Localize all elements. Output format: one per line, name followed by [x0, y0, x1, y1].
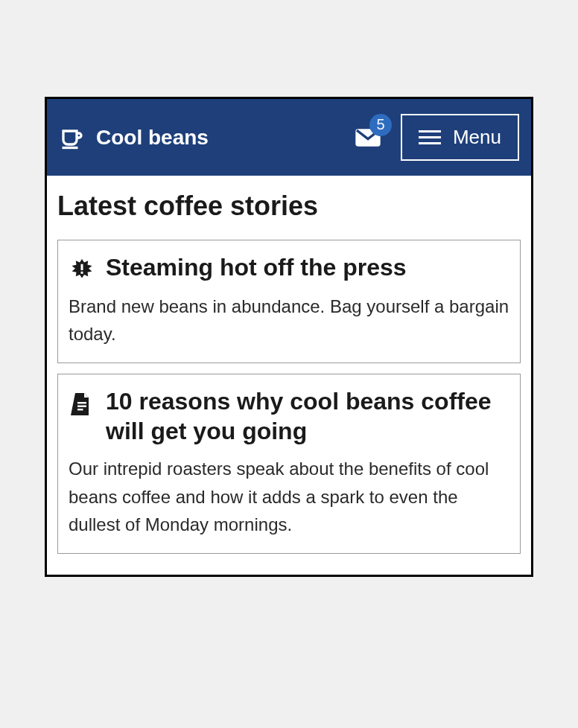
svg-rect-6	[77, 406, 86, 407]
menu-button[interactable]: Menu	[401, 114, 519, 161]
svg-rect-3	[81, 272, 83, 274]
svg-rect-5	[77, 402, 86, 403]
story-card[interactable]: 10 reasons why cool beans coffee will ge…	[57, 374, 521, 554]
hamburger-icon	[419, 130, 441, 144]
burst-alert-icon	[69, 257, 95, 284]
story-body: Brand new beans in abundance. Bag yourse…	[69, 293, 509, 348]
header-bar: Cool beans 5 Menu	[47, 99, 531, 176]
content-area: Latest coffee stories Steaming hot off t…	[47, 176, 531, 575]
svg-rect-2	[81, 264, 83, 270]
menu-label: Menu	[453, 126, 501, 149]
svg-rect-7	[77, 409, 83, 410]
mail-count-badge: 5	[369, 114, 392, 136]
app-frame: Cool beans 5 Menu Latest coffee stories	[45, 97, 533, 577]
story-body: Our intrepid roasters speak about the be…	[69, 455, 509, 538]
coffee-cup-icon	[59, 124, 86, 151]
svg-marker-4	[84, 393, 89, 397]
mail-button[interactable]: 5	[353, 123, 383, 153]
brand-title: Cool beans	[96, 126, 209, 150]
page-title: Latest coffee stories	[57, 191, 521, 222]
story-title: Steaming hot off the press	[106, 252, 407, 282]
story-card[interactable]: Steaming hot off the press Brand new bea…	[57, 240, 521, 363]
story-title: 10 reasons why cool beans coffee will ge…	[106, 386, 509, 446]
document-icon	[69, 391, 95, 418]
brand-block[interactable]: Cool beans	[59, 124, 343, 151]
